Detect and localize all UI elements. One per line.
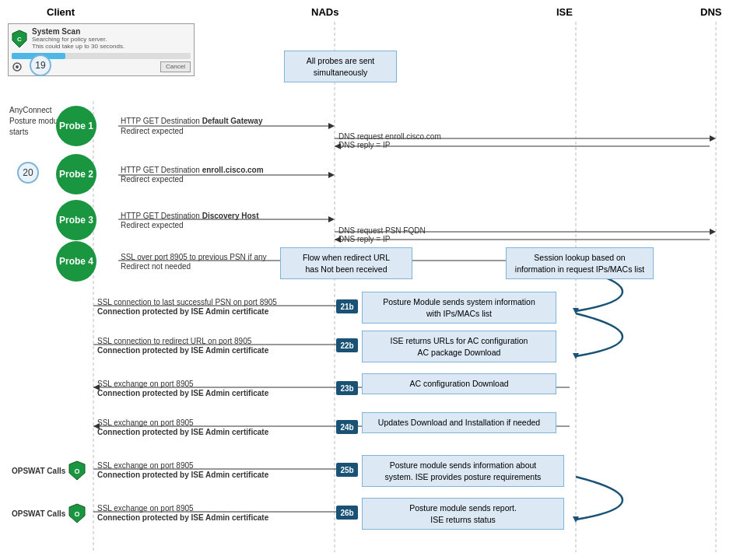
svg-marker-15	[710, 229, 716, 235]
probe-1-dns-rep: DNS reply = IP	[338, 141, 390, 149]
step-20-label: 20	[23, 167, 33, 178]
svg-marker-32	[573, 516, 579, 523]
probe-4-redirect-text: Redirect not needed	[121, 262, 191, 271]
step-21b-cert-text: Connection protected by ISE Admin certif…	[97, 307, 268, 316]
all-probes-text: All probes are sent simultaneously	[307, 56, 375, 77]
opswat-shield-icon-1: O	[68, 460, 86, 481]
step-24b-arrow-text: SSL exchange on port 8905	[97, 418, 194, 427]
svg-marker-7	[710, 135, 716, 142]
step-19-label: 19	[35, 60, 45, 71]
probe-3-redirect-text: Redirect expected	[121, 221, 184, 229]
step-19-bubble: 19	[30, 54, 51, 76]
probe-4-arrow-text: SSL over port 8905 to previous PSN if an…	[121, 253, 267, 261]
svg-text:C: C	[17, 36, 22, 43]
step-22b-cert-text: Connection protected by ISE Admin certif…	[97, 346, 268, 355]
probe-3-label: Probe 3	[59, 215, 93, 226]
probe-3-arrow-text: HTTP GET Destination Discovery Host	[121, 212, 258, 220]
step-23b-box: AC configuration Download	[362, 373, 556, 394]
probe-1-arrow-text: HTTP GET Destination Default Gateway	[121, 117, 262, 125]
client-header: Client	[47, 6, 75, 18]
probe-2-redirect-text: Redirect expected	[121, 175, 184, 184]
anyconnect-title: System Scan	[32, 27, 124, 36]
cancel-button[interactable]: Cancel	[160, 61, 191, 72]
step-23b-cert-text: Connection protected by ISE Admin certif…	[97, 389, 268, 397]
probe-2-label: Probe 2	[59, 169, 93, 180]
probe-2-arrow-text: HTTP GET Destination enroll.cisco.com	[121, 166, 264, 174]
step-20-bubble: 20	[17, 162, 39, 184]
flow-redirect-box: Flow when redirect URLhas Not been recei…	[280, 247, 412, 279]
opswat-calls-2: OPSWAT Calls O	[12, 503, 86, 523]
ise-header: ISE	[556, 6, 573, 18]
svg-marker-20	[573, 308, 579, 314]
svg-marker-11	[328, 172, 335, 178]
probe-4-label: Probe 4	[59, 256, 93, 267]
step-22b-box: ISE returns URLs for AC configurationAC …	[362, 331, 556, 362]
svg-text:O: O	[75, 467, 80, 475]
step-24b-box: Updates Download and Installation if nee…	[362, 412, 556, 433]
all-probes-box: All probes are sent simultaneously	[284, 51, 397, 82]
nads-header: NADs	[311, 6, 338, 18]
step-21b-arrow-text: SSL connection to last successful PSN on…	[97, 298, 277, 306]
probe-3-circle: Probe 3	[56, 200, 96, 240]
step-26b-arrow-text: SSL exchange on port 8905	[97, 504, 194, 513]
svg-point-38	[16, 65, 19, 68]
svg-text:O: O	[75, 510, 80, 518]
probe-4-circle: Probe 4	[56, 241, 96, 282]
svg-marker-13	[328, 216, 335, 222]
probe-1-label: Probe 1	[59, 121, 93, 131]
step-26b-box: Posture module sends report.ISE returns …	[362, 498, 564, 530]
opswat-calls-1: OPSWAT Calls O	[12, 460, 86, 481]
step-24b-cert-text: Connection protected by ISE Admin certif…	[97, 428, 268, 436]
opswat-shield-icon-2: O	[68, 503, 86, 523]
step-25b-arrow-text: SSL exchange on port 8905	[97, 461, 194, 470]
step-22b-arrow-text: SSL connection to redirect URL on port 8…	[97, 337, 251, 345]
probe-1-redirect-text: Redirect expected	[121, 127, 184, 135]
svg-marker-5	[328, 123, 335, 129]
step-25b-box: Posture module sends information aboutsy…	[362, 455, 564, 487]
step-26b-label: 26b	[336, 506, 358, 520]
step-23b-label: 23b	[336, 381, 358, 395]
probe-1-circle: Probe 1	[56, 106, 96, 146]
step-21b-label: 21b	[336, 299, 358, 313]
dns-header: DNS	[700, 6, 721, 18]
step-24b-label: 24b	[336, 420, 358, 434]
step-23b-arrow-text: SSL exchange on port 8905	[97, 380, 194, 388]
cisco-shield-icon: C	[12, 30, 27, 48]
probe-3-dns-req: DNS request PSN FQDN	[338, 226, 426, 235]
step-22b-label: 22b	[336, 338, 358, 352]
step-25b-cert-text: Connection protected by ISE Admin certif…	[97, 471, 268, 479]
settings-icon	[12, 61, 23, 72]
anyconnect-sub: Searching for policy server.This could t…	[32, 36, 124, 50]
probe-2-circle: Probe 2	[56, 154, 96, 194]
svg-marker-23	[573, 353, 579, 359]
probe-3-dns-rep: DNS reply = IP	[338, 235, 390, 243]
probe-1-dns-req: DNS request enroll.cisco.com	[338, 132, 441, 141]
step-26b-cert-text: Connection protected by ISE Admin certif…	[97, 513, 268, 522]
step-21b-box: Posture Module sends system informationw…	[362, 292, 556, 324]
step-25b-label: 25b	[336, 463, 358, 477]
session-lookup-box: Session lookup based oninformation in re…	[506, 247, 654, 279]
